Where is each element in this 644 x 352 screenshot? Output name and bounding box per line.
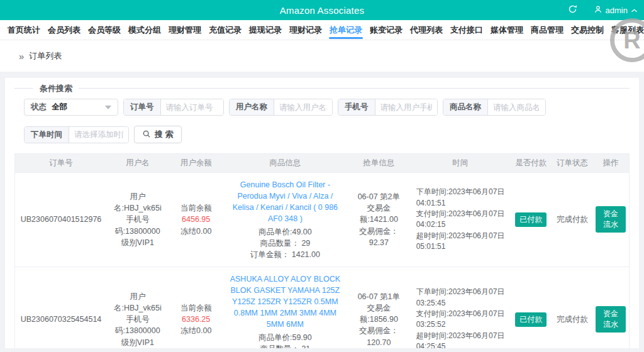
status-select[interactable]: 状态 全部 [24,99,118,116]
grab-amount: 交易金额:1421.00 [350,202,408,225]
order-no-group: 订单号 [123,99,224,116]
tab-product-mgmt[interactable]: 商品管理 [528,20,567,40]
page-title: 订单列表 [29,50,62,62]
tab-home-stats[interactable]: 首页统计 [4,20,43,40]
content-card: 条件搜索 状态 全部 订单号 用户名称 手机号 商品名称 [5,78,639,348]
paid-badge: 已付款 [515,212,547,227]
breadcrumb: » 订单列表 [0,40,644,72]
tab-balance-changes[interactable]: 账变记录 [367,20,406,40]
tab-payment-api[interactable]: 支付接口 [447,20,486,40]
order-status: 完成付款 [557,215,588,224]
admin-dropdown[interactable]: admin [594,5,638,16]
balance-label: 当前余额 [180,204,212,212]
col-balance: 用户余额 [169,154,224,173]
product-amount: 订单金额： 1421.00 [227,249,343,260]
table-header-row: 订单号 用户名 用户余额 商品信息 抢单信息 时间 是否付款 订单状态 操作 [15,154,630,173]
product-link[interactable]: ASHUKA ALLOY ALOY BLOCK BLOK GASKET YAMA… [227,273,343,331]
user-phone: 手机号码:13800000 [110,314,165,336]
user-name-label: 用户名称 [230,99,274,115]
product-price: 商品单价:49.00 [227,226,343,238]
balance-label: 当前余额 [180,304,212,312]
time-cell: 下单时间:2023年06月07日 04:01:51 支付时间:2023年06月0… [411,173,509,267]
tab-finance-records[interactable]: 理财记录 [286,20,325,40]
orders-table-wrap: 订单号 用户名 用户余额 商品信息 抢单信息 时间 是否付款 订单状态 操作 U… [14,153,630,348]
product-name-group: 商品名称 [443,99,546,116]
col-username: 用户名 [107,154,169,173]
tab-agent-list[interactable]: 代理列表 [407,20,446,40]
chevron-up-icon [631,6,638,15]
search-button[interactable]: 搜 索 [134,126,182,143]
tab-recharge-records[interactable]: 充值记录 [206,20,245,40]
grab-cell: 06-07 第1单 交易金额:1856.90 交易佣金： 120.70 [347,267,411,348]
time-cell: 下单时间:2023年06月07日 03:25:45 支付时间:2023年06月0… [411,267,509,348]
main-nav: 首页统计 会员列表 会员等级 模式分组 理财管理 充值记录 提现记录 理财记录 … [0,20,644,40]
product-quantity: 商品数量： 29 [227,238,343,249]
search-panel: 条件搜索 状态 全部 订单号 用户名称 手机号 商品名称 [14,88,630,143]
order-no-input[interactable] [161,99,224,115]
tab-finance-mgmt[interactable]: 理财管理 [165,20,204,40]
status-label: 状态 [25,102,52,113]
col-paid: 是否付款 [509,154,552,173]
header-actions: admin [568,0,638,20]
timeout-time: 超时时间:2023年06月07日 04:25:45 [416,331,506,348]
admin-username: admin [606,6,628,15]
order-time-group: 下单时间 [24,126,129,143]
tab-trade-control[interactable]: 交易控制 [568,20,607,40]
funds-flow-button[interactable]: 资金流水 [596,206,626,233]
refresh-button[interactable] [568,4,577,16]
user-name: 用户名:HBJ_vk65i [110,191,165,214]
pay-time: 支付时间:2023年06月07日 03:25:52 [416,309,506,331]
tab-withdraw-records[interactable]: 提现记录 [246,20,285,40]
order-id: UB2306070325454514 [21,315,102,324]
grab-round: 06-07 第1单 [350,291,408,302]
grab-cell: 06-07 第2单 交易金额:1421.00 交易佣金： 92.37 [347,173,411,267]
product-quantity: 商品数量： 31 [227,343,343,348]
product-link[interactable]: Genuine Bosch Oil Filter - Perodua Myvi … [227,179,343,225]
tab-media-mgmt[interactable]: 媒体管理 [487,20,526,40]
phone-input[interactable] [375,99,438,115]
tab-member-level[interactable]: 会员等级 [85,20,124,40]
user-cell: 用户名:HBJ_vk65i 手机号码:13800000 级别VIP1 [107,267,169,348]
order-time: 下单时间:2023年06月07日 03:25:45 [416,287,506,309]
tab-mode-group[interactable]: 模式分组 [125,20,164,40]
product-cell: ASHUKA ALLOY ALOY BLOCK BLOK GASKET YAMA… [224,267,347,348]
user-name: 用户名:HBJ_vk65i [110,291,165,314]
search-row-2: 下单时间 搜 索 [24,126,620,143]
chevron-down-icon [105,106,111,109]
order-no-label: 订单号 [124,99,161,115]
orders-table: 订单号 用户名 用户余额 商品信息 抢单信息 时间 是否付款 订单状态 操作 U… [14,153,630,348]
balance-amount: 6456.95 [182,215,210,224]
table-row: UB2306070325454514 用户名:HBJ_vk65i 手机号码:13… [15,267,630,348]
product-name-input[interactable] [488,99,545,115]
grab-amount: 交易金额:1856.90 [350,302,408,325]
search-row-1: 状态 全部 订单号 用户名称 手机号 商品名称 [24,99,620,116]
search-panel-legend: 条件搜索 [33,83,79,94]
paid-badge: 已付款 [515,312,547,327]
balance-cell: 当前余额6336.25 冻结0.00 [169,267,224,348]
order-id: UB2306070401512976 [21,215,102,224]
user-name-group: 用户名称 [229,99,333,116]
search-icon [142,129,151,140]
tab-grab-records[interactable]: 抢单记录 [326,20,365,40]
product-cell: Genuine Bosch Oil Filter - Perodua Myvi … [224,173,347,267]
funds-flow-button[interactable]: 资金流水 [596,306,626,333]
user-phone: 手机号码:13800000 [110,214,165,236]
refresh-icon [568,4,577,16]
product-name-label: 商品名称 [443,99,488,115]
timeout-time: 超时时间:2023年06月07日 05:01:51 [416,231,506,253]
order-status: 完成付款 [557,315,588,324]
user-name-input[interactable] [274,99,332,115]
search-button-label: 搜 索 [155,129,174,140]
balance-cell: 当前余额6456.95 冻结0.00 [169,173,224,267]
col-time: 时间 [411,154,509,173]
grab-commission: 交易佣金： 120.70 [350,325,408,348]
tab-member-list[interactable]: 会员列表 [45,20,84,40]
phone-label: 手机号 [338,99,375,115]
breadcrumb-caret-icon: » [19,51,24,62]
order-time-input[interactable] [69,127,128,143]
user-icon [594,5,602,16]
order-time: 下单时间:2023年06月07日 04:01:51 [416,187,506,209]
order-time-label: 下单时间 [25,127,69,143]
frozen-amount: 冻结0.00 [172,325,221,336]
grab-commission: 交易佣金： 92.37 [350,226,408,248]
